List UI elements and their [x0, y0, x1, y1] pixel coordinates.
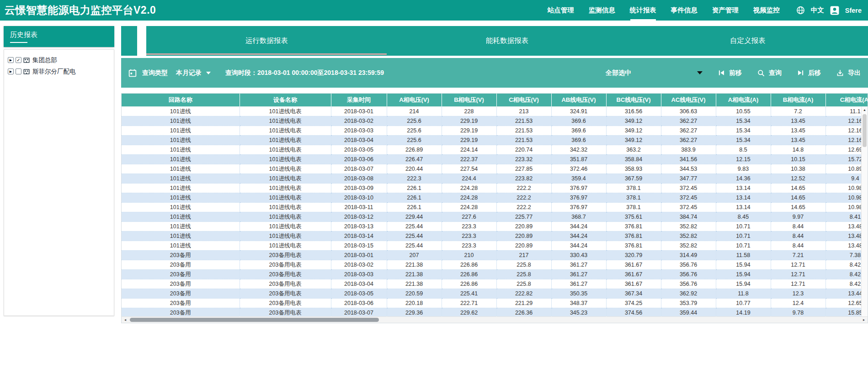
table-cell: 13.14 — [716, 193, 771, 202]
table-cell: 345.23 — [551, 308, 606, 317]
table-cell: 320.79 — [606, 250, 661, 260]
vertical-scrollbar[interactable]: ▲ — [861, 107, 868, 316]
table-cell: 224.28 — [442, 183, 496, 193]
nav-item[interactable]: 事件信息 — [671, 6, 698, 15]
prev-button[interactable]: 前移 — [718, 69, 742, 77]
scroll-up-arrow[interactable]: ▲ — [862, 107, 868, 113]
export-button[interactable]: 导出 — [836, 69, 861, 77]
column-menu-icon[interactable] — [229, 98, 235, 103]
next-button[interactable]: 后移 — [797, 69, 821, 77]
table-cell: 213 — [496, 106, 551, 116]
nav-item[interactable]: 视频监控 — [753, 6, 780, 15]
table-cell: 314.49 — [661, 250, 716, 260]
column-header[interactable]: BC线电压(V) — [606, 94, 661, 106]
checkbox[interactable] — [16, 68, 21, 74]
table-cell: 203备用电表 — [240, 308, 331, 317]
table-cell: 8.45 — [716, 212, 771, 221]
expand-icon[interactable]: ▶ — [8, 57, 14, 63]
table-cell: 349.12 — [606, 135, 661, 145]
table-cell: 226.86 — [442, 260, 496, 269]
table-cell: 223.82 — [496, 173, 551, 183]
table-cell: 101进线电表 — [240, 212, 331, 221]
scroll-left-arrow[interactable]: ◂ — [122, 318, 129, 322]
table-cell: 2018-03-06 — [331, 154, 387, 164]
table-cell: 220.44 — [387, 164, 442, 173]
column-header[interactable]: A相电压(V) — [387, 94, 442, 106]
nav-item[interactable]: 站点管理 — [548, 6, 574, 15]
column-header[interactable]: C相电压(V) — [496, 94, 551, 106]
table-cell: 361.27 — [551, 269, 606, 279]
table-cell: 2018-03-05 — [331, 289, 387, 298]
table-cell: 8.44 — [771, 241, 825, 250]
table-cell: 203备用 — [122, 279, 240, 289]
column-header[interactable]: 回路名称 — [122, 94, 240, 106]
table-cell: 9.97 — [771, 212, 825, 221]
column-header[interactable]: B相电流(A) — [771, 94, 825, 106]
export-label: 导出 — [848, 69, 861, 77]
table-cell: 101进线 — [122, 231, 240, 241]
column-header[interactable]: 设备名称 — [240, 94, 331, 106]
nav-item[interactable]: 资产管理 — [712, 6, 739, 15]
search-label: 查询 — [769, 69, 782, 77]
table-cell: 225.41 — [442, 289, 496, 298]
table-cell: 369.6 — [551, 126, 606, 135]
vertical-scrollbar-thumb[interactable] — [863, 114, 867, 147]
globe-icon[interactable] — [796, 6, 805, 15]
table-cell: 376.97 — [551, 193, 606, 202]
table-cell: 15.34 — [716, 116, 771, 126]
column-header[interactable]: B相电压(V) — [442, 94, 496, 106]
table-cell: 2018-03-07 — [331, 164, 387, 173]
table-cell: 358.84 — [606, 154, 661, 164]
table-cell: 203备用电表 — [240, 250, 331, 260]
table-cell: 221.53 — [496, 126, 551, 135]
table-row: 203备用 203备用电表 2018-03-01 207 210 217 330… — [122, 250, 868, 260]
column-header[interactable]: 采集时间 — [331, 94, 387, 106]
checkbox[interactable]: ✓ — [16, 57, 21, 63]
caret-down-icon — [206, 72, 211, 74]
scroll-right-arrow[interactable]: ▸ — [860, 318, 868, 322]
user-icon[interactable] — [830, 6, 839, 15]
table-cell: 14.8 — [771, 145, 825, 154]
language-label[interactable]: 中文 — [811, 6, 824, 15]
horizontal-scrollbar[interactable]: ◂ ▸ — [122, 316, 868, 323]
table-cell: 372.45 — [661, 202, 716, 212]
nav-item[interactable]: 统计报表 — [630, 6, 656, 15]
table-cell: 15.94 — [716, 279, 771, 289]
column-header[interactable]: C相电流(A) — [825, 94, 868, 106]
table-cell: 7.2 — [771, 106, 825, 116]
table-cell: 210 — [442, 250, 496, 260]
table-cell: 384.74 — [661, 212, 716, 221]
table-cell: 356.76 — [661, 279, 716, 289]
table-cell: 376.97 — [551, 202, 606, 212]
expand-icon[interactable]: ▶ — [8, 68, 14, 74]
username[interactable]: Sfere — [845, 7, 862, 14]
main-content: 运行数据报表 能耗数据报表 自定义报表 查询类型 本月记录 — [121, 26, 868, 323]
tree-item[interactable]: ▶ ✓ 集团总部 — [8, 54, 110, 66]
table-cell: 224.28 — [442, 202, 496, 212]
tab[interactable]: 自定义报表 — [628, 26, 868, 56]
table-cell: 101进线电表 — [240, 154, 331, 164]
table-cell: 226.47 — [387, 154, 442, 164]
horizontal-scrollbar-thumb[interactable] — [130, 318, 379, 322]
column-header[interactable]: A相电流(A) — [716, 94, 771, 106]
table-cell: 12.3 — [771, 289, 825, 298]
column-header[interactable]: AB线电压(V) — [551, 94, 606, 106]
table-cell: 374.25 — [606, 298, 661, 308]
tree-item-label[interactable]: 斯菲尔分厂配电 — [32, 68, 76, 76]
table-cell: 2018-03-03 — [331, 126, 387, 135]
table-cell: 9.83 — [716, 164, 771, 173]
tree-item[interactable]: ▶ 斯菲尔分厂配电 — [8, 66, 110, 77]
sidebar-collapse-handle[interactable] — [121, 26, 137, 56]
search-button[interactable]: 查询 — [757, 69, 782, 77]
tab[interactable]: 运行数据报表 — [146, 26, 387, 56]
table-cell: 226.86 — [442, 279, 496, 289]
query-type-select[interactable]: 本月记录 — [176, 69, 211, 77]
table-cell: 372.46 — [551, 164, 606, 173]
table-row: 203备用 203备用电表 2018-03-03 221.38 226.86 2… — [122, 269, 868, 279]
tab[interactable]: 能耗数据报表 — [387, 26, 627, 56]
nav-item[interactable]: 监测信息 — [589, 6, 615, 15]
tree-item-label[interactable]: 集团总部 — [32, 56, 57, 64]
select-all-dropdown[interactable]: 全部选中 — [606, 69, 703, 77]
table-cell: 226.89 — [387, 145, 442, 154]
column-header[interactable]: AC线电压(V) — [661, 94, 716, 106]
